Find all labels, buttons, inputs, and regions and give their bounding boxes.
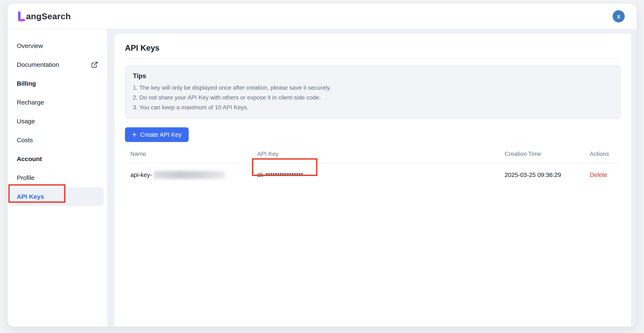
sidebar-section-label: Account (17, 155, 42, 163)
table-row: api-key- sk-**************** 2025-03-25 … (125, 163, 620, 187)
main-panel: API Keys Tips 1. The key will only be di… (114, 33, 631, 327)
sidebar-item-documentation[interactable]: Documentation (10, 55, 104, 74)
sidebar-item-profile[interactable]: Profile (10, 168, 104, 187)
api-key-name-prefix: api-key- (130, 172, 152, 178)
sidebar-item-label: Documentation (17, 61, 59, 68)
langsearch-logo: angSearch (17, 11, 71, 22)
sidebar-item-recharge[interactable]: Recharge (10, 93, 104, 112)
api-keys-table: Name API Key Creation Time Actions api-k… (125, 145, 620, 187)
user-avatar[interactable]: x (612, 10, 625, 22)
create-api-key-label: Create API Key (140, 131, 182, 138)
create-api-key-button[interactable]: + Create API Key (125, 127, 189, 142)
content-area: Overview Documentation Billing Recharge … (8, 29, 636, 327)
tips-title: Tips (133, 72, 612, 80)
logo-l-horizontal-bar (18, 19, 25, 21)
tip-line-3: 3. You can keep a maximum of 10 API Keys… (133, 102, 612, 112)
tips-box: Tips 1. The key will only be displayed o… (125, 65, 620, 119)
table-header-row: Name API Key Creation Time Actions (125, 145, 620, 163)
page-title: API Keys (125, 43, 620, 52)
tip-line-1: 1. The key will only be displayed once a… (133, 83, 612, 93)
sidebar-item-label: Costs (17, 137, 33, 144)
langsearch-logo-mark (17, 11, 26, 22)
api-key-name-cell: api-key- (130, 171, 257, 179)
app-window: angSearch x Overview Documentation Billi… (8, 4, 636, 327)
sidebar-item-label: API Keys (17, 193, 44, 200)
column-header-api-key: API Key (257, 151, 504, 157)
external-link-icon (91, 61, 98, 68)
sidebar: Overview Documentation Billing Recharge … (8, 29, 107, 327)
sidebar-item-usage[interactable]: Usage (10, 112, 104, 131)
column-header-name: Name (130, 151, 257, 157)
column-header-actions: Actions (590, 151, 620, 157)
sidebar-section-account: Account (10, 150, 104, 168)
redacted-name-blur (154, 171, 226, 179)
sidebar-item-label: Usage (17, 118, 35, 125)
sidebar-item-label: Profile (17, 174, 34, 181)
top-navbar: angSearch x (8, 4, 636, 29)
column-header-creation-time: Creation Time (504, 151, 590, 157)
api-key-masked-value: sk-**************** (257, 172, 504, 178)
sidebar-item-api-keys[interactable]: API Keys (10, 187, 104, 206)
sidebar-item-overview[interactable]: Overview (10, 36, 104, 55)
title-divider (125, 58, 620, 59)
sidebar-item-costs[interactable]: Costs (10, 131, 104, 150)
plus-icon: + (132, 130, 137, 138)
creation-time-value: 2025-03-25 09:36:29 (504, 172, 590, 178)
sidebar-section-billing: Billing (10, 74, 104, 93)
logo-text: angSearch (26, 11, 71, 21)
sidebar-section-label: Billing (17, 80, 36, 87)
sidebar-item-label: Overview (17, 42, 43, 49)
delete-link[interactable]: Delete (590, 172, 620, 178)
tip-line-2: 2. Do not share your API Key with others… (133, 93, 612, 102)
sidebar-item-label: Recharge (17, 99, 44, 106)
